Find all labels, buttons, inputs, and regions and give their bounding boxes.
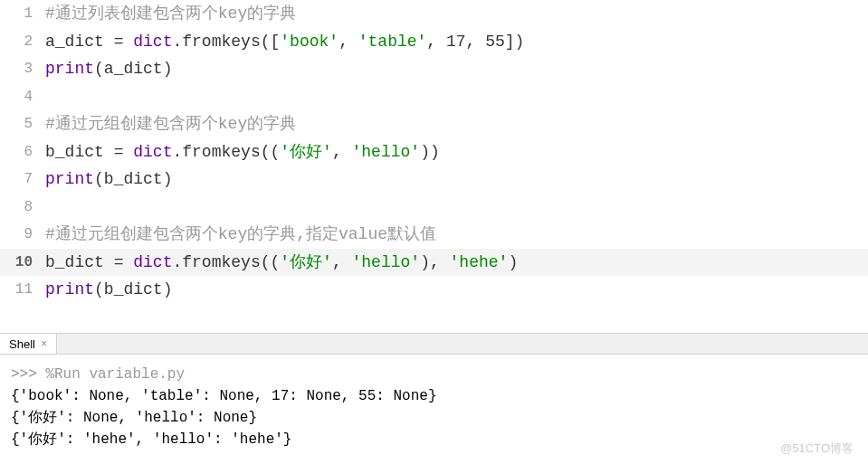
- code-line[interactable]: 2a_dict = dict.fromkeys(['book', 'table'…: [0, 28, 868, 56]
- code-content[interactable]: b_dict = dict.fromkeys(('你好', 'hello')): [45, 138, 868, 166]
- line-number: 9: [0, 221, 45, 249]
- code-token: b_dict: [104, 280, 163, 298]
- code-token: a_dict: [104, 60, 163, 78]
- line-number: 3: [0, 55, 45, 83]
- code-token: fromkeys: [182, 33, 260, 51]
- code-line[interactable]: 4: [0, 83, 868, 111]
- code-token: ,: [339, 33, 358, 51]
- code-editor-pane[interactable]: 1#通过列表创建包含两个key的字典2a_dict = dict.fromkey…: [0, 0, 868, 333]
- code-token: 'hehe': [450, 253, 509, 271]
- code-token: (: [261, 33, 271, 51]
- code-token: 'hello': [352, 143, 421, 161]
- code-token: =: [114, 33, 134, 51]
- pane-divider: Shell ×: [0, 333, 868, 355]
- code-token: 55: [485, 33, 505, 51]
- code-token: ((: [261, 143, 281, 161]
- code-token: b_dict: [45, 253, 114, 271]
- code-token: ): [508, 253, 518, 271]
- code-token: ,: [466, 33, 486, 51]
- close-icon[interactable]: ×: [41, 337, 47, 350]
- code-token: =: [114, 253, 134, 271]
- code-token: (: [94, 280, 104, 298]
- code-token: ): [163, 280, 173, 298]
- code-content[interactable]: print(a_dict): [45, 55, 868, 83]
- code-token: '你好': [280, 253, 332, 271]
- code-token: dict: [133, 253, 172, 271]
- code-line[interactable]: 5#通过元组创建包含两个key的字典: [0, 110, 868, 138]
- code-content[interactable]: #通过元组创建包含两个key的字典,指定value默认值: [45, 221, 868, 249]
- code-token: #通过元组创建包含两个key的字典: [45, 115, 296, 133]
- code-token: ): [163, 60, 173, 78]
- shell-output-line: {'book': None, 'table': None, 17: None, …: [11, 385, 857, 407]
- shell-output-line: {'你好': 'hehe', 'hello': 'hehe'}: [11, 429, 857, 450]
- code-token: =: [114, 143, 134, 161]
- code-token: print: [45, 60, 94, 78]
- shell-output-pane[interactable]: >>> %Run variable.py {'book': None, 'tab…: [0, 355, 868, 459]
- code-token: ): [163, 170, 173, 188]
- code-token: b_dict: [45, 143, 114, 161]
- code-token: fromkeys: [182, 253, 260, 271]
- line-number: 4: [0, 83, 45, 111]
- code-line[interactable]: 1#通过列表创建包含两个key的字典: [0, 0, 868, 28]
- code-token: ((: [261, 253, 281, 271]
- code-token: ]: [505, 33, 515, 51]
- line-number: 10: [0, 249, 45, 277]
- code-token: ,: [430, 253, 450, 271]
- code-line[interactable]: 11print(b_dict): [0, 276, 868, 304]
- code-token: dict: [133, 33, 172, 51]
- code-token: ,: [332, 143, 352, 161]
- code-line[interactable]: 6b_dict = dict.fromkeys(('你好', 'hello')): [0, 138, 868, 166]
- code-line[interactable]: 8: [0, 194, 868, 222]
- code-token: 'table': [358, 33, 427, 51]
- shell-magic-command: %Run variable.py: [45, 366, 185, 383]
- code-token: ): [420, 253, 430, 271]
- code-token: #通过元组创建包含两个key的字典,指定value默认值: [45, 225, 436, 243]
- line-number: 8: [0, 194, 45, 222]
- code-token: 17: [446, 33, 466, 51]
- code-token: 'hello': [352, 253, 421, 271]
- shell-command-line: >>> %Run variable.py: [11, 364, 857, 385]
- code-token: b_dict: [104, 170, 163, 188]
- code-token: .: [172, 253, 182, 271]
- code-token: print: [45, 170, 94, 188]
- code-line[interactable]: 3print(a_dict): [0, 55, 868, 83]
- code-content[interactable]: a_dict = dict.fromkeys(['book', 'table',…: [45, 28, 868, 56]
- line-number: 11: [0, 276, 45, 304]
- code-token: [: [271, 33, 281, 51]
- code-token: dict: [133, 143, 172, 161]
- shell-prompt: >>>: [11, 366, 45, 383]
- shell-tab-label: Shell: [9, 337, 35, 351]
- code-line[interactable]: 10b_dict = dict.fromkeys(('你好', 'hello')…: [0, 249, 868, 277]
- code-token: 'book': [280, 33, 339, 51]
- code-token: )): [420, 143, 440, 161]
- code-token: ,: [426, 33, 446, 51]
- line-number: 5: [0, 110, 45, 138]
- code-token: a_dict: [45, 33, 114, 51]
- line-number: 7: [0, 166, 45, 194]
- code-content[interactable]: #通过列表创建包含两个key的字典: [45, 0, 868, 28]
- shell-output-line: {'你好': None, 'hello': None}: [11, 407, 857, 429]
- code-token: ): [515, 33, 525, 51]
- code-token: (: [94, 60, 104, 78]
- code-token: ,: [332, 253, 352, 271]
- code-line[interactable]: 7print(b_dict): [0, 166, 868, 194]
- code-token: (: [94, 170, 104, 188]
- code-token: print: [45, 280, 94, 298]
- code-content[interactable]: #通过元组创建包含两个key的字典: [45, 110, 868, 138]
- code-token: .: [172, 33, 182, 51]
- code-token: #通过列表创建包含两个key的字典: [45, 5, 296, 23]
- code-content[interactable]: b_dict = dict.fromkeys(('你好', 'hello'), …: [45, 249, 868, 277]
- code-token: .: [172, 143, 182, 161]
- code-line[interactable]: 9#通过元组创建包含两个key的字典,指定value默认值: [0, 221, 868, 249]
- watermark-text: @51CTO博客: [780, 440, 854, 457]
- line-number: 6: [0, 138, 45, 166]
- code-content[interactable]: print(b_dict): [45, 166, 868, 194]
- code-content[interactable]: print(b_dict): [45, 276, 868, 304]
- line-number: 1: [0, 0, 45, 28]
- code-token: '你好': [280, 143, 332, 161]
- line-number: 2: [0, 28, 45, 56]
- shell-tab[interactable]: Shell ×: [0, 334, 57, 354]
- code-token: fromkeys: [182, 143, 260, 161]
